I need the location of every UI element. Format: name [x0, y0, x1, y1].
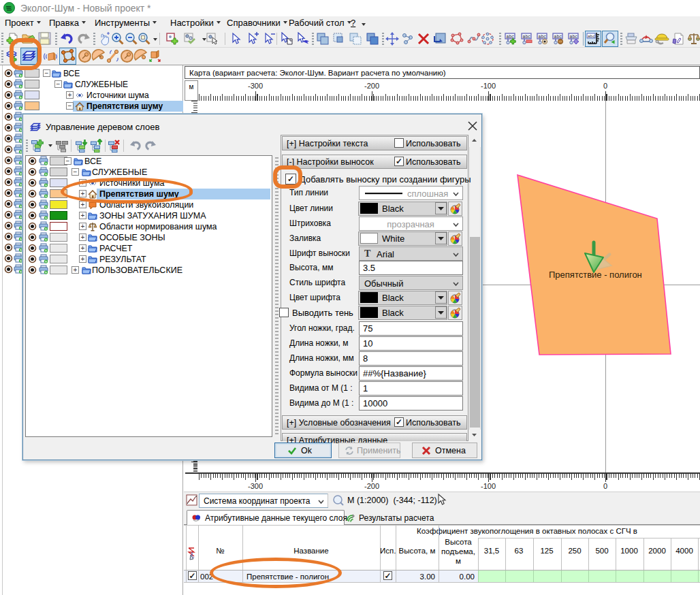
svg-text:abc: abc [507, 35, 515, 39]
svg-text:abc: abc [588, 34, 595, 39]
svg-text:abc: abc [523, 35, 531, 39]
svg-text:abc: abc [539, 35, 547, 39]
svg-text:abc: abc [570, 35, 578, 39]
svg-text:abc: abc [554, 35, 562, 39]
